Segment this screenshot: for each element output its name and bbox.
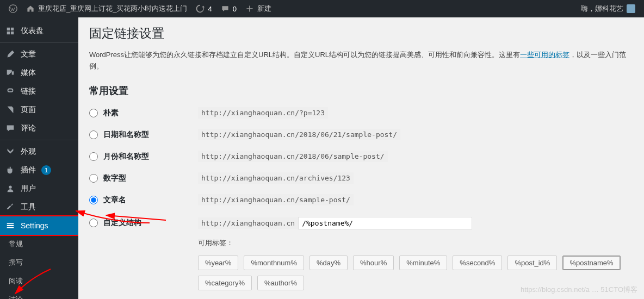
new-content[interactable]: 新建	[241, 0, 276, 17]
available-tags-label: 可用标签：	[198, 238, 633, 248]
plugins-icon	[5, 165, 15, 175]
permalink-example: http://xianghaoquan.cn/?p=123	[198, 107, 328, 119]
tools-icon	[5, 202, 15, 212]
avatar	[627, 4, 635, 13]
permalink-radio-custom[interactable]	[89, 219, 98, 227]
users-icon	[5, 184, 15, 194]
sidebar-item-页面[interactable]: 页面	[0, 101, 78, 119]
sidebar-item-label: 页面	[21, 105, 36, 115]
permalink-option-plain: 朴素http://xianghaoquan.cn/?p=123	[89, 108, 633, 118]
sidebar-item-label: 链接	[21, 86, 36, 96]
media-icon	[5, 68, 15, 78]
home-icon	[26, 4, 35, 13]
permalink-label: 日期和名称型	[103, 130, 149, 140]
permalink-option-dayname: 日期和名称型http://xianghaoquan.cn/2018/06/21/…	[89, 130, 633, 140]
sidebar-item-label: 外观	[21, 147, 36, 157]
comments-link[interactable]: 0	[216, 0, 241, 17]
admin-bar: 重庆花店_重庆网上订花_买花两小时内送花上门 4 0 新建 嗨，娜科花艺	[0, 0, 644, 17]
permalink-label: 数字型	[103, 173, 126, 183]
permalink-label: 文章名	[103, 195, 126, 205]
structure-tag-second[interactable]: %second%	[453, 256, 502, 270]
main-content: 固定链接设置 WordPress让您能够为您的永久链接和存档建立自定义URL结构…	[78, 17, 644, 299]
greeting-text: 嗨，娜科花艺	[581, 4, 623, 14]
sidebar-item-文章[interactable]: 文章	[0, 42, 78, 64]
sidebar-item-label: 文章	[21, 49, 36, 59]
pages-icon	[5, 105, 15, 115]
comments-count: 0	[233, 5, 237, 13]
wordpress-icon	[9, 4, 17, 13]
wp-logo[interactable]	[4, 0, 22, 17]
permalink-example: http://xianghaoquan.cn/sample-post/	[198, 194, 354, 205]
page-title: 固定链接设置	[89, 25, 633, 42]
comment-icon	[221, 4, 230, 13]
section-title: 常用设置	[89, 84, 633, 97]
structure-tag-post_id[interactable]: %post_id%	[507, 256, 557, 270]
sidebar-item-工具[interactable]: 工具	[0, 198, 78, 216]
permalink-option-custom: 自定义结构http://xianghaoquan.cn	[89, 217, 633, 229]
structure-tag-hour[interactable]: %hour%	[353, 256, 394, 270]
dashboard-icon	[5, 26, 15, 36]
permalink-option-numeric: 数字型http://xianghaoquan.cn/archives/123	[89, 173, 633, 183]
sidebar-subitem-讨论[interactable]: 讨论	[0, 290, 78, 299]
sidebar-item-仪表盘[interactable]: 仪表盘	[0, 22, 78, 40]
new-label: 新建	[257, 4, 271, 14]
permalink-label: 自定义结构	[103, 218, 141, 228]
settings-icon	[5, 221, 15, 231]
custom-prefix: http://xianghaoquan.cn	[198, 217, 298, 229]
pin-icon	[5, 49, 15, 59]
sidebar-item-settings[interactable]: Settings	[0, 216, 78, 235]
svg-point-0	[9, 5, 17, 13]
sidebar-item-label: 工具	[21, 202, 36, 212]
site-home[interactable]: 重庆花店_重庆网上订花_买花两小时内送花上门	[22, 0, 191, 17]
comment-icon	[5, 123, 15, 133]
available-tags: %year%%monthnum%%day%%hour%%minute%%seco…	[198, 256, 633, 290]
structure-tag-postname[interactable]: %postname%	[562, 256, 620, 270]
updates-link[interactable]: 4	[191, 0, 216, 17]
permalink-example: http://xianghaoquan.cn/2018/06/sample-po…	[198, 151, 388, 162]
sidebar-subitem-撰写[interactable]: 撰写	[0, 253, 78, 272]
permalink-radio-numeric[interactable]	[89, 174, 98, 183]
site-title: 重庆花店_重庆网上订花_买花两小时内送花上门	[38, 4, 187, 14]
permalink-radio-postname[interactable]	[89, 196, 98, 204]
structure-tag-day[interactable]: %day%	[309, 256, 348, 270]
permalink-radio-dayname[interactable]	[89, 130, 98, 139]
updates-count: 4	[208, 5, 212, 13]
links-icon	[5, 86, 15, 96]
sidebar-item-label: Settings	[21, 221, 48, 230]
structure-tag-category[interactable]: %category%	[198, 276, 252, 290]
sidebar-item-媒体[interactable]: 媒体	[0, 64, 78, 82]
sidebar-item-label: 仪表盘	[21, 26, 44, 36]
sidebar-item-插件[interactable]: 插件1	[0, 161, 78, 179]
permalink-example: http://xianghaoquan.cn/archives/123	[198, 172, 354, 184]
appearance-icon	[5, 147, 15, 157]
structure-tag-minute[interactable]: %minute%	[399, 256, 447, 270]
sidebar-item-label: 媒体	[21, 68, 36, 78]
custom-structure-input[interactable]	[298, 217, 472, 229]
permalink-radio-plain[interactable]	[89, 109, 98, 117]
sidebar-item-外观[interactable]: 外观	[0, 140, 78, 161]
sidebar-item-label: 用户	[21, 184, 36, 194]
account-greeting[interactable]: 嗨，娜科花艺	[577, 0, 640, 17]
permalink-label: 月份和名称型	[103, 152, 149, 161]
sidebar-subitem-阅读[interactable]: 阅读	[0, 272, 78, 290]
structure-tag-monthnum[interactable]: %monthnum%	[244, 256, 304, 270]
sidebar-item-label: 评论	[21, 123, 36, 133]
sidebar-item-用户[interactable]: 用户	[0, 179, 78, 198]
permalink-option-monname: 月份和名称型http://xianghaoquan.cn/2018/06/sam…	[89, 152, 633, 161]
sidebar-item-链接[interactable]: 链接	[0, 82, 78, 101]
admin-sidebar: 仪表盘文章媒体链接页面评论外观插件1用户工具Settings 常规撰写阅读讨论媒…	[0, 17, 78, 299]
sidebar-subitem-常规[interactable]: 常规	[0, 235, 78, 253]
page-description: WordPress让您能够为您的永久链接和存档建立自定义URL结构。自定义URL…	[89, 49, 633, 72]
updates-icon	[196, 4, 205, 13]
sidebar-item-label: 插件	[21, 165, 36, 175]
permalink-radio-monname[interactable]	[89, 152, 98, 161]
update-badge: 1	[41, 165, 51, 175]
plus-icon	[245, 4, 254, 13]
permalink-label: 朴素	[103, 108, 119, 118]
permalink-option-postname: 文章名http://xianghaoquan.cn/sample-post/	[89, 195, 633, 205]
structure-tag-year[interactable]: %year%	[198, 256, 238, 270]
structure-tag-author[interactable]: %author%	[257, 276, 304, 290]
sidebar-item-评论[interactable]: 评论	[0, 119, 78, 138]
permalink-example: http://xianghaoquan.cn/2018/06/21/sample…	[198, 129, 400, 140]
tags-help-link[interactable]: 一些可用的标签	[520, 51, 569, 59]
